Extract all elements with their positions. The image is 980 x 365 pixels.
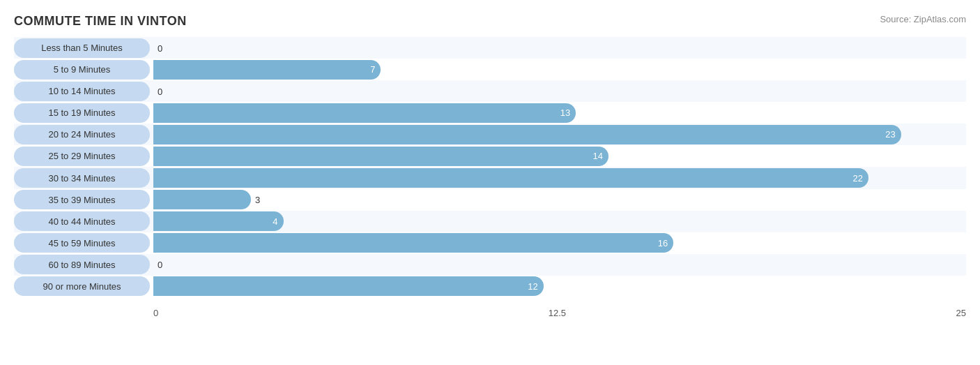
bar-label: 10 to 14 Minutes (14, 82, 150, 101)
bar-fill: 22 (153, 168, 868, 188)
bar-value: 4 (273, 216, 277, 227)
bar-value: 23 (885, 129, 895, 140)
table-row: 30 to 34 Minutes22 (14, 167, 966, 188)
bar-value: 13 (560, 107, 570, 118)
bars-section: Less than 5 Minutes05 to 9 Minutes710 to… (14, 37, 966, 297)
bar-label: Less than 5 Minutes (14, 38, 150, 58)
bar-label: 30 to 34 Minutes (14, 168, 150, 188)
bar-track: 14 (153, 147, 966, 166)
chart-container: COMMUTE TIME IN VINTON Source: ZipAtlas.… (0, 0, 980, 365)
table-row: 5 to 9 Minutes7 (14, 59, 966, 80)
bar-value: 0 (153, 260, 162, 270)
bar-track: 4 (153, 211, 966, 231)
bar-value: 0 (153, 86, 162, 96)
bar-value: 22 (853, 173, 863, 184)
bar-track: 23 (153, 125, 966, 144)
table-row: 15 to 19 Minutes13 (14, 102, 966, 124)
bar-label: 15 to 19 Minutes (14, 103, 150, 123)
bar-fill: 7 (153, 60, 381, 80)
bar-fill: 23 (153, 125, 901, 144)
bar-track: 0 (153, 38, 966, 58)
bar-track: 16 (153, 233, 966, 253)
table-row: 60 to 89 Minutes0 (14, 254, 966, 276)
x-label-max: 25 (956, 308, 966, 318)
table-row: 25 to 29 Minutes14 (14, 145, 966, 167)
chart-area: Less than 5 Minutes05 to 9 Minutes710 to… (14, 37, 966, 318)
source-text: Source: ZipAtlas.com (880, 14, 966, 24)
bar-track: 12 (153, 276, 966, 296)
x-label-0: 0 (153, 308, 158, 318)
bar-label: 35 to 39 Minutes (14, 190, 150, 209)
bar-fill: 13 (153, 103, 576, 123)
bar-value: 7 (370, 64, 375, 75)
bar-label: 60 to 89 Minutes (14, 255, 150, 274)
bar-value: 3 (251, 195, 260, 205)
bar-track: 3 (153, 190, 966, 209)
bar-fill: 4 (153, 211, 284, 231)
table-row: Less than 5 Minutes0 (14, 37, 966, 59)
bar-fill: 16 (153, 233, 673, 253)
table-row: 20 to 24 Minutes23 (14, 124, 966, 145)
bar-value: 14 (592, 151, 602, 161)
table-row: 90 or more Minutes12 (14, 276, 966, 297)
bar-label: 90 or more Minutes (14, 276, 150, 296)
table-row: 10 to 14 Minutes0 (14, 80, 966, 102)
bar-label: 45 to 59 Minutes (14, 233, 150, 253)
bar-track: 0 (153, 82, 966, 101)
bar-track: 0 (153, 255, 966, 274)
table-row: 35 to 39 Minutes3 (14, 189, 966, 211)
x-label-mid: 12.5 (549, 308, 566, 318)
bar-track: 13 (153, 103, 966, 123)
bar-track: 7 (153, 60, 966, 80)
bar-label: 40 to 44 Minutes (14, 211, 150, 231)
bar-fill: 14 (153, 147, 608, 166)
bar-label: 5 to 9 Minutes (14, 60, 150, 80)
bar-fill: 12 (153, 276, 544, 296)
bar-value: 16 (658, 238, 668, 248)
table-row: 45 to 59 Minutes16 (14, 232, 966, 254)
x-axis: 0 12.5 25 (153, 297, 966, 318)
bar-label: 20 to 24 Minutes (14, 125, 150, 144)
bar-label: 25 to 29 Minutes (14, 147, 150, 166)
table-row: 40 to 44 Minutes4 (14, 211, 966, 232)
bar-track: 22 (153, 168, 966, 188)
chart-title: COMMUTE TIME IN VINTON (14, 14, 966, 29)
bar-value: 0 (153, 43, 162, 53)
bar-value: 12 (528, 281, 537, 292)
bar-fill (153, 190, 251, 209)
